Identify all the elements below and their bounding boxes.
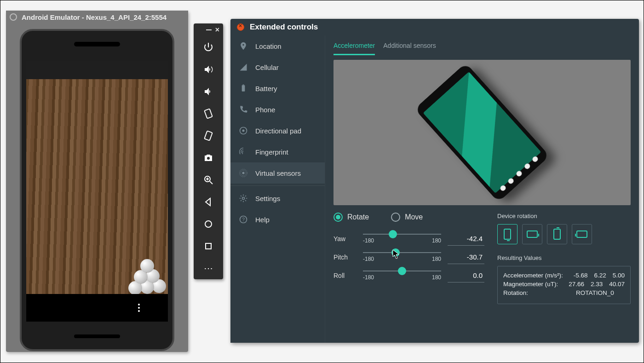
device-screen[interactable]	[26, 61, 168, 322]
accel-label: Accelerometer (m/s²):	[503, 272, 570, 279]
rotation-landscape-reverse-button[interactable]	[572, 224, 592, 244]
svg-rect-11	[242, 85, 245, 91]
extended-controls-panel: Extended controls Location Cellular Batt…	[230, 19, 639, 343]
svg-rect-3	[204, 131, 212, 140]
roll-row: Roll -180180	[334, 269, 484, 282]
device-3d-model[interactable]	[414, 63, 550, 202]
emulator-toolbar: × ⋯	[194, 23, 223, 279]
resulting-values-box: Accelerometer (m/s²):-5.686.225.00 Magne…	[497, 266, 631, 304]
zoom-button[interactable]	[194, 169, 223, 191]
pitch-label: Pitch	[334, 254, 356, 261]
panel-close-icon[interactable]	[237, 23, 244, 31]
fingerprint-icon	[239, 147, 248, 156]
window-menu-icon	[10, 13, 17, 21]
sidebar-item-label: Directional pad	[255, 127, 301, 135]
sidebar-item-label: Cellular	[255, 63, 279, 71]
dpad-icon	[239, 126, 248, 135]
sidebar-item-label: Settings	[255, 195, 280, 202]
roll-slider[interactable]: -180180	[363, 271, 441, 281]
sidebar-divider	[230, 185, 325, 186]
sidebar-item-battery[interactable]: Battery	[230, 78, 325, 99]
tab-additional-sensors[interactable]: Additional sensors	[383, 42, 436, 55]
panel-titlebar[interactable]: Extended controls	[230, 19, 639, 35]
device-rotation-label: Device rotation	[497, 213, 631, 219]
svg-rect-2	[204, 109, 212, 118]
sensor-tabs: Accelerometer Additional sensors	[334, 35, 631, 55]
sidebar-item-label: Virtual sensors	[255, 169, 301, 177]
sidebar-item-fingerprint[interactable]: Fingerprint	[230, 141, 325, 162]
overview-button[interactable]	[194, 235, 223, 257]
home-button[interactable]	[194, 213, 223, 235]
rotation-label: Rotation:	[503, 289, 572, 296]
power-button[interactable]	[194, 36, 223, 58]
svg-rect-12	[242, 85, 244, 86]
svg-point-15	[242, 172, 245, 174]
help-icon: ?	[239, 215, 248, 224]
yaw-value-field[interactable]	[448, 232, 484, 246]
svg-point-4	[207, 157, 210, 160]
sidebar-item-virtual-sensors[interactable]: Virtual sensors	[230, 162, 325, 184]
sidebar-item-cellular[interactable]: Cellular	[230, 57, 325, 78]
panel-sidebar: Location Cellular Battery Phone Directio…	[230, 35, 325, 343]
sidebar-item-settings[interactable]: Settings	[230, 188, 325, 209]
rotate-right-button[interactable]	[194, 125, 223, 147]
sidebar-item-label: Help	[255, 216, 270, 224]
pitch-slider[interactable]: -180180	[363, 252, 441, 262]
svg-point-9	[205, 221, 212, 227]
emulator-title: Android Emulator - Nexus_4_API_24_2:5554	[22, 13, 167, 21]
mode-rotate-radio[interactable]: Rotate	[334, 213, 369, 222]
orientation-controls: Rotate Move Yaw -180180 Pi	[334, 213, 484, 304]
minimize-icon[interactable]	[206, 29, 212, 30]
tab-accelerometer[interactable]: Accelerometer	[334, 42, 375, 55]
volume-down-button[interactable]	[194, 81, 223, 103]
yaw-label: Yaw	[334, 235, 356, 242]
pitch-row: Pitch -180180	[334, 250, 484, 264]
panel-content: Accelerometer Additional sensors Rotate …	[325, 35, 639, 343]
android-navbar	[26, 294, 168, 322]
device-info-column: Device rotation Resulting Values Acceler…	[497, 213, 631, 304]
location-icon	[239, 41, 248, 51]
rotation-landscape-button[interactable]	[522, 224, 542, 244]
roll-label: Roll	[334, 272, 356, 279]
sidebar-item-label: Battery	[255, 85, 277, 92]
svg-line-6	[210, 181, 213, 184]
screenshot-button[interactable]	[194, 147, 223, 169]
rotation-portrait-reverse-button[interactable]	[547, 224, 567, 244]
yaw-slider[interactable]: -180180	[363, 234, 441, 244]
mouse-cursor-icon	[392, 249, 400, 259]
device-frame	[20, 29, 174, 351]
emulator-window: Android Emulator - Nexus_4_API_24_2:5554	[6, 11, 188, 352]
sidebar-item-help[interactable]: ?Help	[230, 209, 325, 230]
marble	[140, 259, 154, 273]
resulting-values-label: Resulting Values	[497, 254, 631, 261]
rotation-portrait-button[interactable]	[497, 224, 518, 244]
mode-move-radio[interactable]: Move	[391, 213, 423, 222]
radio-label: Rotate	[347, 213, 369, 221]
svg-text:?: ?	[242, 217, 245, 222]
sidebar-item-label: Fingerprint	[255, 148, 288, 156]
cellular-icon	[239, 63, 248, 72]
pitch-value-field[interactable]	[448, 250, 484, 264]
device-3d-preview[interactable]	[334, 60, 631, 205]
sidebar-item-label: Phone	[255, 106, 275, 114]
sidebar-item-location[interactable]: Location	[230, 35, 325, 57]
emulator-titlebar[interactable]: Android Emulator - Nexus_4_API_24_2:5554	[6, 11, 188, 23]
close-icon[interactable]: ×	[215, 26, 219, 34]
roll-value-field[interactable]	[448, 269, 484, 282]
radio-label: Move	[405, 213, 423, 221]
more-button[interactable]: ⋯	[194, 257, 223, 279]
sidebar-item-phone[interactable]: Phone	[230, 99, 325, 120]
svg-point-14	[242, 130, 245, 132]
yaw-row: Yaw -180180	[334, 232, 484, 246]
nav-more-icon[interactable]	[138, 304, 140, 312]
app-surface[interactable]	[26, 79, 168, 294]
panel-title: Extended controls	[250, 23, 318, 32]
earpiece	[74, 42, 120, 46]
sidebar-item-dpad[interactable]: Directional pad	[230, 120, 325, 141]
back-button[interactable]	[194, 191, 223, 213]
sidebar-item-label: Location	[255, 42, 282, 50]
svg-point-18	[242, 197, 245, 200]
volume-up-button[interactable]	[194, 58, 223, 81]
rotate-left-button[interactable]	[194, 103, 223, 125]
bottom-speaker	[74, 334, 120, 338]
